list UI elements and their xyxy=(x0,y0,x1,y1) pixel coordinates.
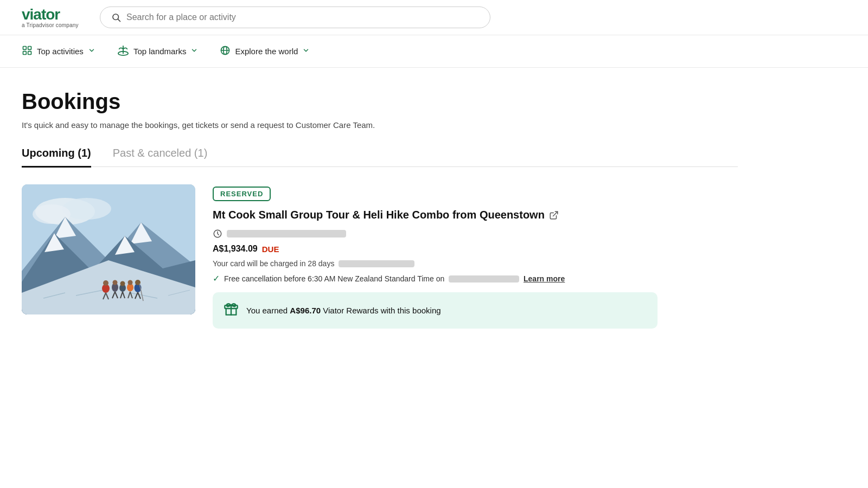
svg-point-26 xyxy=(103,280,108,286)
booking-card: RESERVED Mt Cook Small Group Tour & Heli… xyxy=(22,184,738,346)
svg-point-34 xyxy=(120,281,125,286)
chevron-down-icon xyxy=(88,47,95,56)
rewards-text: You earned A$96.70 Viator Rewards with t… xyxy=(246,306,441,315)
svg-line-46 xyxy=(553,211,557,216)
nav-label-top-activities: Top activities xyxy=(37,47,84,56)
cancellation-date-blur xyxy=(449,275,519,282)
gift-icon xyxy=(224,301,239,320)
logo[interactable]: viator a Tripadvisor company xyxy=(22,7,87,28)
booking-price: A$1,934.09 xyxy=(213,244,258,254)
tab-past-cancelled[interactable]: Past & canceled (1) xyxy=(113,147,208,168)
page-title: Bookings xyxy=(22,89,738,114)
globe-icon xyxy=(220,45,231,57)
external-link-icon[interactable] xyxy=(549,210,559,220)
booking-date-row xyxy=(213,229,738,239)
logo-text: viator xyxy=(22,7,60,22)
tab-upcoming[interactable]: Upcoming (1) xyxy=(22,147,91,168)
cancellation-row: ✓ Free cancellation before 6:30 AM New Z… xyxy=(213,273,738,284)
search-input[interactable] xyxy=(126,12,479,22)
learn-more-link[interactable]: Learn more xyxy=(524,274,565,283)
date-placeholder xyxy=(227,230,346,237)
charge-notice-text: Your card will be charged in 28 days xyxy=(213,259,334,268)
booking-title-text: Mt Cook Small Group Tour & Heli Hike Com… xyxy=(213,209,545,221)
logo-sub: a Tripadvisor company xyxy=(22,22,79,28)
svg-point-30 xyxy=(113,280,118,285)
nav-label-explore-world: Explore the world xyxy=(235,47,298,56)
hat-icon xyxy=(117,45,129,57)
clock-icon xyxy=(213,229,222,239)
chevron-down-icon-landmarks xyxy=(190,47,198,56)
search-bar[interactable] xyxy=(100,7,490,28)
svg-point-38 xyxy=(128,280,133,285)
svg-rect-3 xyxy=(28,47,31,50)
nav-item-explore-world[interactable]: Explore the world xyxy=(220,45,310,57)
nav-item-top-activities[interactable]: Top activities xyxy=(22,45,95,57)
charge-placeholder xyxy=(339,260,414,267)
svg-rect-4 xyxy=(23,52,27,55)
search-icon xyxy=(111,12,121,22)
page-subtitle: It's quick and easy to manage the bookin… xyxy=(22,120,738,130)
check-icon: ✓ xyxy=(213,273,220,284)
grid-icon xyxy=(22,45,33,57)
reserved-badge: RESERVED xyxy=(213,187,271,201)
booking-image xyxy=(22,184,195,314)
svg-rect-2 xyxy=(23,47,27,50)
cancellation-text: Free cancellation before 6:30 AM New Zea… xyxy=(224,274,565,283)
main-content: Bookings It's quick and easy to manage t… xyxy=(0,68,760,368)
booking-price-row: A$1,934.09 DUE xyxy=(213,244,738,254)
nav-item-top-landmarks[interactable]: Top landmarks xyxy=(117,45,199,57)
nav-label-top-landmarks: Top landmarks xyxy=(133,47,187,56)
booking-title: Mt Cook Small Group Tour & Heli Hike Com… xyxy=(213,209,738,221)
main-nav: Top activities Top landmarks xyxy=(0,35,868,68)
svg-line-1 xyxy=(118,19,120,21)
site-header: viator a Tripadvisor company xyxy=(0,0,868,35)
chevron-down-icon-explore xyxy=(302,47,310,56)
rewards-banner: You earned A$96.70 Viator Rewards with t… xyxy=(213,292,658,329)
booking-details: RESERVED Mt Cook Small Group Tour & Heli… xyxy=(213,184,738,329)
rewards-amount: A$96.70 xyxy=(290,306,321,315)
due-badge: DUE xyxy=(262,245,279,254)
bookings-tabs: Upcoming (1) Past & canceled (1) xyxy=(22,147,738,167)
charge-notice: Your card will be charged in 28 days xyxy=(213,259,738,268)
svg-rect-5 xyxy=(28,52,31,55)
